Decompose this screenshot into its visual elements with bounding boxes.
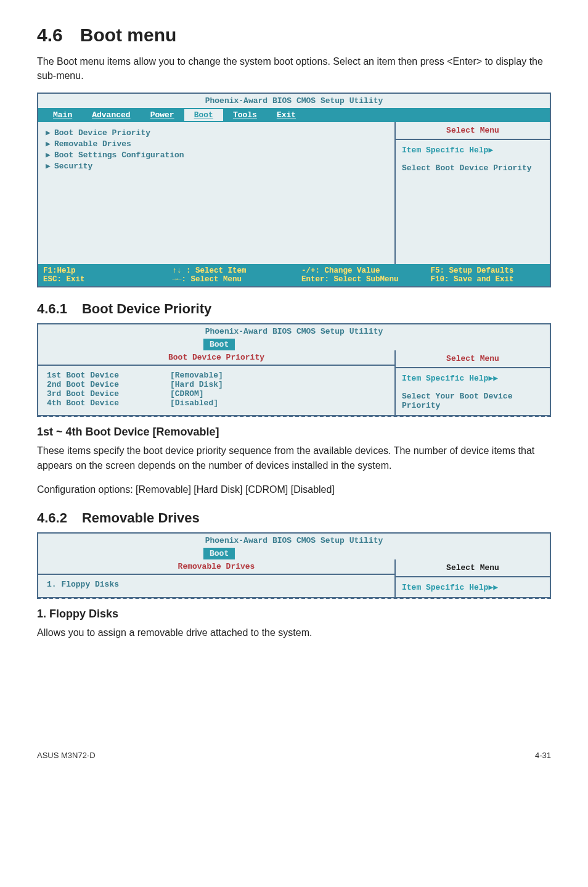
row-value: [CDROM] (170, 389, 204, 398)
bios-footer: F1:Help ESC: Exit ↑↓ : Select Item →←: S… (38, 264, 550, 286)
section-heading: 4.6Boot menu (37, 25, 551, 46)
footer-f10: F10: Save and Exit (431, 275, 514, 284)
section-number: 4.6 (37, 25, 63, 45)
row-3rd-boot[interactable]: 3rd Boot Device[CDROM] (47, 389, 386, 398)
bios-left-pane: ▶Boot Device Priority ▶Removable Drives … (38, 122, 396, 264)
row-key: 3rd Boot Device (47, 389, 170, 398)
boot-priority-desc: These items specify the boot device prio… (37, 444, 551, 472)
submenu-arrow-icon: ▶ (46, 161, 54, 171)
subsection-title: Boot Device Priority (82, 301, 211, 316)
help-description: Select Your Boot Device Priority (402, 392, 544, 410)
footer-f5: F5: Setup Defaults (431, 266, 514, 275)
bios-title: Phoenix-Award BIOS CMOS Setup Utility (38, 94, 550, 108)
right-pane: Select Menu Item Specific Help▶▶ (396, 559, 550, 597)
left-pane: Removable Drives 1. Floppy Disks (38, 559, 396, 597)
dashed-divider (37, 416, 551, 417)
bios-boot-priority-panel: Phoenix-Award BIOS CMOS Setup Utility Bo… (37, 323, 551, 416)
bios-title: Phoenix-Award BIOS CMOS Setup Utility (38, 534, 550, 548)
row-1st-boot[interactable]: 1st Boot Device[Removable] (47, 371, 386, 380)
subsection-4-6-2-heading: 4.6.2Removable Drives (37, 510, 551, 526)
row-2nd-boot[interactable]: 2nd Boot Device[Hard Disk] (47, 380, 386, 389)
select-menu-label: Select Menu (396, 122, 550, 140)
panel-head: Boot Device Priority (38, 350, 394, 366)
footer-leftright: →←: Select Menu (173, 275, 242, 284)
footer-esc: ESC: Exit (43, 275, 85, 284)
right-pane: Select Menu Item Specific Help▶▶ Select … (396, 350, 550, 415)
row-key: 2nd Boot Device (47, 380, 170, 389)
section-intro: The Boot menu items allow you to change … (37, 54, 551, 83)
right-arrow-icon: ▶▶ (488, 583, 498, 592)
submenu-arrow-icon: ▶ (46, 150, 54, 160)
row-key: 4th Boot Device (47, 398, 170, 408)
bios-tabbar: Boot (38, 339, 550, 350)
footer-right: 4-31 (535, 751, 551, 760)
row-floppy-disks[interactable]: 1. Floppy Disks (47, 580, 386, 589)
select-menu-label: Select Menu (396, 559, 550, 577)
item-label: Removable Drives (54, 139, 131, 149)
menu-main[interactable]: Main (43, 109, 82, 121)
select-menu-label: Select Menu (396, 350, 550, 368)
bios-tabbar: Boot (38, 548, 550, 559)
item-label: Security (54, 162, 92, 171)
item-label: Boot Settings Configuration (54, 151, 184, 160)
help-label-text: Item Specific Help (402, 374, 488, 383)
tab-boot[interactable]: Boot (203, 339, 235, 350)
item-boot-settings-config[interactable]: ▶Boot Settings Configuration (46, 149, 387, 160)
footer-col-1: F1:Help ESC: Exit (43, 266, 158, 284)
item-label: Boot Device Priority (54, 128, 150, 138)
bios-menubar: Main Advanced Power Boot Tools Exit (38, 108, 550, 122)
footer-col-3: -/+: Change Value Enter: Select SubMenu (301, 266, 416, 284)
help-label: Item Specific Help▶▶ (402, 582, 544, 592)
help-label-text: Item Specific Help (402, 146, 488, 155)
bios-removable-drives-panel: Phoenix-Award BIOS CMOS Setup Utility Bo… (37, 532, 551, 598)
subsection-4-6-1-heading: 4.6.1Boot Device Priority (37, 301, 551, 317)
submenu-arrow-icon: ▶ (46, 128, 54, 138)
floppy-desc: Allows you to assign a removable drive a… (37, 625, 551, 640)
help-label: Item Specific Help▶ (402, 145, 544, 155)
panel-head: Removable Drives (38, 559, 394, 575)
left-pane: Boot Device Priority 1st Boot Device[Rem… (38, 350, 396, 415)
footer-updown: ↑↓ : Select Item (173, 266, 247, 275)
field-heading-1st-4th: 1st ~ 4th Boot Device [Removable] (37, 426, 551, 439)
menu-exit[interactable]: Exit (267, 109, 306, 121)
row-value: [Removable] (170, 371, 223, 380)
right-arrow-icon: ▶▶ (488, 374, 498, 383)
footer-col-2: ↑↓ : Select Item →←: Select Menu (173, 266, 287, 284)
bios-main-panel: Phoenix-Award BIOS CMOS Setup Utility Ma… (37, 93, 551, 287)
row-4th-boot[interactable]: 4th Boot Device[Disabled] (47, 398, 386, 408)
item-removable-drives[interactable]: ▶Removable Drives (46, 138, 387, 149)
submenu-arrow-icon: ▶ (46, 139, 54, 149)
menu-tools[interactable]: Tools (223, 109, 267, 121)
subsection-number: 4.6.1 (37, 301, 67, 316)
dashed-divider (37, 598, 551, 599)
help-description: Select Boot Device Priority (402, 163, 544, 173)
help-label-text: Item Specific Help (402, 583, 488, 592)
bios-title: Phoenix-Award BIOS CMOS Setup Utility (38, 324, 550, 339)
bios-right-pane: Select Menu Item Specific Help▶ Select B… (396, 122, 550, 264)
field-heading-floppy: 1. Floppy Disks (37, 608, 551, 621)
item-security[interactable]: ▶Security (46, 160, 387, 171)
item-boot-device-priority[interactable]: ▶Boot Device Priority (46, 127, 387, 138)
footer-col-4: F5: Setup Defaults F10: Save and Exit (431, 266, 545, 284)
help-label: Item Specific Help▶▶ (402, 373, 544, 383)
footer-left: ASUS M3N72-D (37, 751, 96, 760)
menu-advanced[interactable]: Advanced (82, 109, 140, 121)
row-value: [Disabled] (170, 398, 218, 408)
menu-power[interactable]: Power (141, 109, 184, 121)
menu-boot[interactable]: Boot (184, 109, 223, 121)
tab-boot[interactable]: Boot (203, 548, 235, 559)
subsection-number: 4.6.2 (37, 510, 67, 526)
page-footer: ASUS M3N72-D 4-31 (37, 751, 551, 760)
row-value: [Hard Disk] (170, 380, 223, 389)
footer-change: -/+: Change Value (301, 266, 380, 275)
right-arrow-icon: ▶ (488, 146, 493, 155)
boot-priority-config-options: Configuration options: [Removable] [Hard… (37, 482, 551, 497)
row-key: 1st Boot Device (47, 371, 170, 380)
subsection-title: Removable Drives (82, 510, 200, 526)
section-title-text: Boot menu (80, 25, 177, 45)
footer-enter: Enter: Select SubMenu (301, 275, 399, 284)
footer-f1: F1:Help (43, 266, 76, 275)
